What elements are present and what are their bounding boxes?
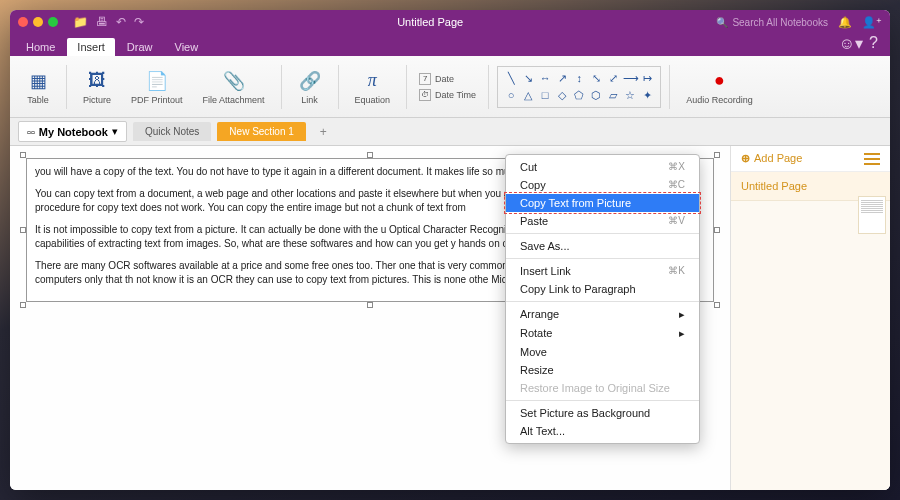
datetime-icon: ⏱ xyxy=(419,89,431,101)
context-menu: Cut⌘X Copy⌘C Copy Text from Picture Past… xyxy=(505,154,700,444)
page-thumbnail[interactable] xyxy=(858,196,886,234)
menu-arrange[interactable]: Arrange▸ xyxy=(506,305,699,324)
date-icon: 7 xyxy=(419,73,431,85)
pdf-icon: 📄 xyxy=(145,69,169,93)
equation-icon: π xyxy=(360,69,384,93)
folder-icon[interactable]: 📁 xyxy=(73,15,88,29)
menu-paste[interactable]: Paste⌘V xyxy=(506,212,699,230)
table-icon: ▦ xyxy=(26,69,50,93)
menu-resize[interactable]: Resize xyxy=(506,361,699,379)
menu-save-as[interactable]: Save As... xyxy=(506,237,699,255)
bell-icon[interactable]: 🔔 xyxy=(838,16,852,29)
help-icon[interactable]: ? xyxy=(869,34,878,53)
shapes-gallery[interactable]: ╲↘↔↗↕⤡⤢⟶↦ ○△□◇⬠⬡▱☆✦ xyxy=(497,66,661,108)
section-tab-quick[interactable]: Quick Notes xyxy=(133,122,211,141)
pdf-button[interactable]: 📄 PDF Printout xyxy=(123,67,191,107)
toolbar-quick-icons: 📁 🖶 ↶ ↷ xyxy=(73,15,144,29)
menu-alt-text[interactable]: Alt Text... xyxy=(506,422,699,440)
add-page-button[interactable]: ⊕Add Page xyxy=(731,146,890,172)
maximize-button[interactable] xyxy=(48,17,58,27)
tab-insert[interactable]: Insert xyxy=(67,38,115,56)
titlebar: 📁 🖶 ↶ ↷ Untitled Page 🔍 Search All Noteb… xyxy=(10,10,890,34)
notebook-selector[interactable]: ▫▫ My Notebook ▾ xyxy=(18,121,127,142)
equation-button[interactable]: π Equation xyxy=(347,67,399,107)
notebook-bar: ▫▫ My Notebook ▾ Quick Notes New Section… xyxy=(10,118,890,146)
ribbon: ▦ Table 🖼 Picture 📄 PDF Printout 📎 File … xyxy=(10,56,890,118)
picture-icon: 🖼 xyxy=(85,69,109,93)
file-attach-button[interactable]: 📎 File Attachment xyxy=(195,67,273,107)
section-tab-new[interactable]: New Section 1 xyxy=(217,122,305,141)
window-controls xyxy=(18,17,58,27)
print-icon[interactable]: 🖶 xyxy=(96,15,108,29)
tab-draw[interactable]: Draw xyxy=(117,38,163,56)
ribbon-tabs: Home Insert Draw View ☺▾ ? xyxy=(10,34,890,56)
search-box[interactable]: 🔍 Search All Notebooks xyxy=(716,17,828,28)
app-window: 📁 🖶 ↶ ↷ Untitled Page 🔍 Search All Noteb… xyxy=(10,10,890,490)
menu-set-background[interactable]: Set Picture as Background xyxy=(506,404,699,422)
minimize-button[interactable] xyxy=(33,17,43,27)
link-button[interactable]: 🔗 Link xyxy=(290,67,330,107)
link-icon: 🔗 xyxy=(298,69,322,93)
menu-copy-text-from-picture[interactable]: Copy Text from Picture xyxy=(506,194,699,212)
menu-move[interactable]: Move xyxy=(506,343,699,361)
menu-insert-link[interactable]: Insert Link⌘K xyxy=(506,262,699,280)
share-icon[interactable]: 👤⁺ xyxy=(862,16,882,29)
add-section-button[interactable]: + xyxy=(312,121,335,143)
search-icon: 🔍 xyxy=(716,17,728,28)
attachment-icon: 📎 xyxy=(222,69,246,93)
chevron-down-icon: ▾ xyxy=(112,125,118,138)
menu-rotate[interactable]: Rotate▸ xyxy=(506,324,699,343)
menu-copy-link-paragraph[interactable]: Copy Link to Paragraph xyxy=(506,280,699,298)
tab-view[interactable]: View xyxy=(165,38,209,56)
content-area: you will have a copy of the text. You do… xyxy=(10,146,890,490)
undo-icon[interactable]: ↶ xyxy=(116,15,126,29)
redo-icon[interactable]: ↷ xyxy=(134,15,144,29)
audio-button[interactable]: ● Audio Recording xyxy=(678,67,761,107)
record-icon: ● xyxy=(707,69,731,93)
window-title: Untitled Page xyxy=(144,16,716,28)
datetime-button[interactable]: ⏱ Date Time xyxy=(415,88,480,102)
menu-cut[interactable]: Cut⌘X xyxy=(506,158,699,176)
tab-home[interactable]: Home xyxy=(16,38,65,56)
notebook-icon: ▫▫ xyxy=(27,126,35,138)
date-button[interactable]: 7 Date xyxy=(415,72,480,86)
menu-copy[interactable]: Copy⌘C xyxy=(506,176,699,194)
table-button[interactable]: ▦ Table xyxy=(18,67,58,107)
close-button[interactable] xyxy=(18,17,28,27)
smile-icon[interactable]: ☺▾ xyxy=(839,34,863,53)
list-view-icon[interactable] xyxy=(864,153,880,165)
menu-restore-size: Restore Image to Original Size xyxy=(506,379,699,397)
picture-button[interactable]: 🖼 Picture xyxy=(75,67,119,107)
